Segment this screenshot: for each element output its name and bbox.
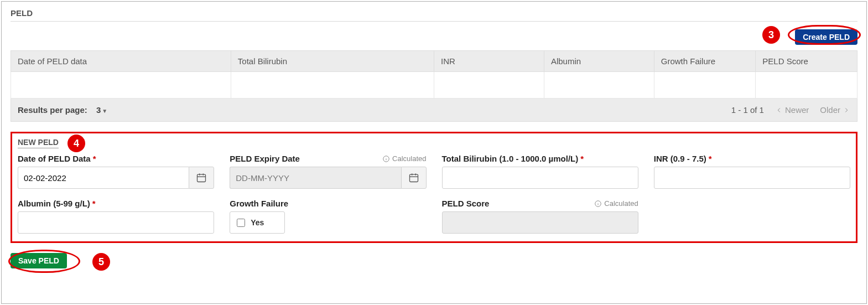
rpp-label: Results per page: xyxy=(18,105,87,115)
chevron-down-icon: ▼ xyxy=(102,108,107,114)
required-marker: * xyxy=(93,154,96,163)
col-bilirubin: Total Bilirubin xyxy=(231,51,434,72)
field-bilirubin: Total Bilirubin (1.0 - 1000.0 µmol/L) * xyxy=(442,154,638,189)
save-peld-button[interactable]: Save PELD xyxy=(11,253,67,268)
toolbar: 3 Create PELD xyxy=(11,26,857,50)
field-date-of-peld: Date of PELD Data * xyxy=(18,154,214,189)
field-inr: INR (0.9 - 7.5) * xyxy=(654,154,850,189)
required-marker: * xyxy=(92,199,96,208)
growth-checkbox-wrap[interactable]: Yes xyxy=(230,211,285,234)
label-bilirubin: Total Bilirubin (1.0 - 1000.0 µmol/L) xyxy=(442,154,579,163)
calendar-icon xyxy=(196,172,207,183)
score-input xyxy=(442,211,638,234)
chevron-left-icon xyxy=(775,106,783,114)
pager: 1 - 1 of 1 Newer Older xyxy=(731,105,850,115)
label-date-of-peld: Date of PELD Data xyxy=(18,154,91,163)
calculated-tag: Calculated xyxy=(382,154,426,163)
chevron-right-icon xyxy=(843,106,850,114)
col-score: PELD Score xyxy=(756,51,857,72)
label-growth: Growth Failure xyxy=(230,199,288,208)
field-expiry: PELD Expiry Date Calculated xyxy=(230,154,426,189)
info-icon xyxy=(382,155,390,163)
calculated-tag: Calculated xyxy=(594,199,638,208)
pager-newer-button[interactable]: Newer xyxy=(775,105,809,115)
svg-rect-7 xyxy=(409,174,418,182)
pager-range: 1 - 1 of 1 xyxy=(731,105,764,115)
pager-older-button[interactable]: Older xyxy=(820,105,850,115)
create-peld-button[interactable]: Create PELD xyxy=(795,29,857,45)
peld-panel: PELD 3 Create PELD Date of PELD data Tot… xyxy=(1,1,867,304)
growth-checkbox[interactable] xyxy=(237,219,245,227)
required-marker: * xyxy=(580,154,584,163)
col-inr: INR xyxy=(434,51,544,72)
calendar-icon xyxy=(408,172,419,183)
required-marker: * xyxy=(709,154,712,163)
peld-table: Date of PELD data Total Bilirubin INR Al… xyxy=(11,50,857,99)
field-albumin: Albumin (5-99 g/L) * xyxy=(18,199,214,234)
albumin-input[interactable] xyxy=(18,211,214,234)
label-score: PELD Score xyxy=(442,199,490,208)
section-title: PELD xyxy=(11,8,857,22)
col-albumin: Albumin xyxy=(544,51,654,72)
bilirubin-input[interactable] xyxy=(442,167,638,189)
info-icon xyxy=(594,200,602,208)
col-date: Date of PELD data xyxy=(11,51,231,72)
expiry-input xyxy=(230,167,401,189)
table-footer: Results per page: 3▼ 1 - 1 of 1 Newer Ol… xyxy=(11,99,857,122)
label-inr: INR (0.9 - 7.5) xyxy=(654,154,706,163)
label-expiry: PELD Expiry Date xyxy=(230,154,300,163)
new-peld-section: 4 NEW PELD Date of PELD Data * PELD Expi xyxy=(11,132,857,243)
svg-rect-0 xyxy=(197,174,206,182)
annotation-badge-3: 3 xyxy=(762,26,780,44)
rpp-select[interactable]: 3▼ xyxy=(93,104,115,116)
calendar-button[interactable] xyxy=(189,167,214,189)
new-peld-title: NEW PELD xyxy=(18,138,59,148)
save-row: Save PELD 5 xyxy=(11,253,857,268)
label-albumin: Albumin (5-99 g/L) xyxy=(18,199,90,208)
date-of-peld-input[interactable] xyxy=(18,167,189,189)
growth-option-label: Yes xyxy=(251,218,264,227)
inr-input[interactable] xyxy=(654,167,850,189)
annotation-badge-5: 5 xyxy=(92,253,110,271)
field-growth: Growth Failure Yes xyxy=(230,199,426,234)
field-score: PELD Score Calculated xyxy=(442,199,638,234)
calendar-button-disabled xyxy=(401,167,427,189)
annotation-badge-4: 4 xyxy=(67,135,85,152)
table-row[interactable] xyxy=(11,72,857,99)
col-growth: Growth Failure xyxy=(654,51,756,72)
